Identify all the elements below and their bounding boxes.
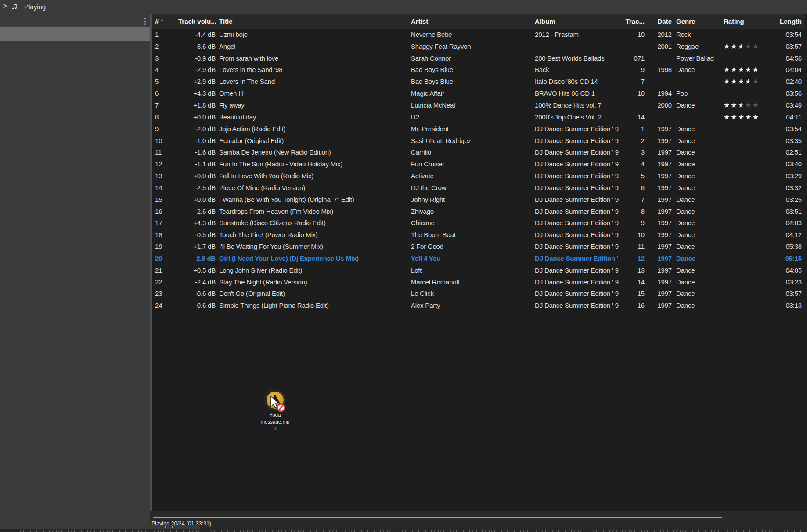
track-cell-title: Uzmi boje xyxy=(216,31,407,38)
track-cell-track_no: 3 xyxy=(619,148,645,156)
track-row[interactable]: 18-0.5 dBTouch The Fire! (Power Radio Mi… xyxy=(152,229,805,241)
track-cell-rating: ★★★★★★ xyxy=(719,101,776,109)
track-cell-album: DJ Dance Summer Edition ' 97 ... xyxy=(531,148,619,156)
track-row-playing[interactable]: 20-2.8 dBGirl (I Need Your Love) (Dj Exp… xyxy=(152,252,805,264)
track-row[interactable]: 7+1.8 dBFly awayLutricia McNeal100% Danc… xyxy=(152,99,805,111)
track-cell-album: 2012 - Prastam xyxy=(531,31,619,38)
dragged-file-label: Yoda message.mp 3 xyxy=(253,412,297,432)
track-cell-date: 2012 xyxy=(645,31,672,38)
track-cell-genre: Dance xyxy=(672,208,719,215)
column-header-artist[interactable]: Artist xyxy=(407,18,531,25)
column-header-title[interactable]: Title xyxy=(216,18,407,25)
rating-stars[interactable]: ★★★★★★ xyxy=(724,43,760,50)
track-row[interactable]: 10-1.0 dBEcuador (Original Edit)Sash! Fe… xyxy=(152,135,805,147)
playlist-table: #^Track volu...TitleArtistAlbumTrac...Da… xyxy=(150,14,805,511)
collapse-chevron-icon[interactable]: > xyxy=(3,2,7,11)
background-taskbar-fragment xyxy=(146,525,200,529)
track-cell-album: DJ Dance Summer Edition ' 97 ... xyxy=(531,196,619,203)
track-cell-length: 02:40 xyxy=(776,78,805,85)
table-body: 1-4.4 dBUzmi bojeNeverne Bebe2012 - Pras… xyxy=(152,29,805,311)
track-row[interactable]: 16-2.6 dBTeardrops From Heaven (Fm Video… xyxy=(152,205,805,217)
column-header-date[interactable]: Date xyxy=(645,18,672,25)
kebab-menu-icon[interactable] xyxy=(142,16,148,26)
track-row[interactable]: 22-2.4 dBStay The Night (Radio Version)M… xyxy=(152,276,805,288)
track-row[interactable]: 9-2.0 dBJojo Action (Radio Edit)Mr. Pres… xyxy=(152,123,805,135)
track-cell-genre: Dance xyxy=(672,278,719,286)
track-row[interactable]: 13+0.0 dBFall In Love With You (Radio Mi… xyxy=(152,170,805,182)
column-header-volume[interactable]: Track volu... xyxy=(178,18,216,25)
track-cell-artist: Mr. President xyxy=(407,125,531,133)
star-empty-icon: ★ xyxy=(752,102,759,109)
track-row[interactable]: 8+0.0 dBBeautiful dayU22000's Top One's … xyxy=(152,111,805,123)
track-cell-artist: Alex Party xyxy=(407,302,531,309)
track-cell-track_no: 1 xyxy=(619,125,645,133)
track-row[interactable]: 14-2.5 dBPiece Of Mine (Radio Version)DJ… xyxy=(152,182,805,194)
track-cell-length: 03:40 xyxy=(776,160,805,168)
dragged-file-label-line3: 3 xyxy=(253,425,297,432)
star-full-icon: ★ xyxy=(724,102,731,109)
track-cell-date: 1997 xyxy=(645,137,672,144)
column-header-album[interactable]: Album xyxy=(531,18,619,25)
track-cell-artist: Bad Boys Blue xyxy=(407,78,531,85)
track-cell-num: 23 xyxy=(152,290,178,297)
track-cell-title: Teardrops From Heaven (Fm Video Mix) xyxy=(216,208,407,215)
track-cell-date: 1997 xyxy=(645,255,672,262)
track-row[interactable]: 12-1.1 dBFun In The Sun (Radio - Video H… xyxy=(152,158,805,170)
track-row[interactable]: 1-4.4 dBUzmi bojeNeverne Bebe2012 - Pras… xyxy=(152,29,805,40)
column-header-num[interactable]: #^ xyxy=(152,18,178,25)
track-cell-title: Omen III xyxy=(216,90,407,97)
track-cell-num: 24 xyxy=(152,302,178,309)
track-row[interactable]: 21+0.5 dBLong John Silver (Radio Edit)Lo… xyxy=(152,264,805,276)
track-cell-track_no: 11 xyxy=(619,243,645,250)
track-cell-num: 12 xyxy=(152,160,178,168)
track-cell-num: 7 xyxy=(152,101,178,109)
track-cell-length: 03:49 xyxy=(776,101,805,109)
track-cell-date: 1997 xyxy=(645,148,672,156)
track-cell-date: 1997 xyxy=(645,219,672,226)
star-full-icon: ★ xyxy=(738,66,745,73)
rating-stars[interactable]: ★★★★★ xyxy=(724,113,760,121)
track-row[interactable]: 5+2.9 dBLovers In The SandBad Boys BlueI… xyxy=(152,75,805,87)
track-row[interactable]: 6+4.3 dBOmen IIIMagic AffairBRAVO Hits 0… xyxy=(152,87,805,99)
star-half-icon: ★★ xyxy=(738,43,745,50)
sidebar-selected-row[interactable] xyxy=(0,27,150,41)
column-header-rating[interactable]: Rating xyxy=(719,18,776,25)
track-row[interactable]: 2-3.6 dBAngelShaggy Feat Rayvon2001Regga… xyxy=(152,40,805,52)
track-cell-volume: -0.9 dB xyxy=(178,54,216,62)
track-cell-artist: Le Click xyxy=(407,290,531,297)
track-cell-track_no: 8 xyxy=(619,208,645,215)
star-full-icon: ★ xyxy=(724,78,731,85)
track-cell-num: 20 xyxy=(152,255,178,262)
column-header-genre[interactable]: Genre xyxy=(672,18,719,25)
track-cell-length: 05:38 xyxy=(776,243,805,250)
track-row[interactable]: 4-2.9 dBLovers in the Sand '98Bad Boys B… xyxy=(152,64,805,76)
rating-stars[interactable]: ★★★★★★ xyxy=(724,78,760,85)
track-row[interactable]: 11-1.6 dBSamba De Jeneiro (New Radio Edi… xyxy=(152,146,805,158)
track-row[interactable]: 24-0.6 dBSimple Things (Light Piano Radi… xyxy=(152,299,805,311)
track-cell-track_no: 12 xyxy=(619,255,645,262)
rating-stars[interactable]: ★★★★★ xyxy=(724,66,760,73)
star-full-icon: ★ xyxy=(752,66,759,73)
star-empty-icon: ★ xyxy=(752,78,759,85)
track-cell-artist: Sash! Feat. Rodrigez xyxy=(407,137,531,144)
horizontal-scrollbar[interactable] xyxy=(153,517,722,518)
track-row[interactable]: 23-0.6 dBDon't Go (Original Edit)Le Clic… xyxy=(152,288,805,300)
dragged-file-label-line2: message.mp xyxy=(253,419,297,426)
track-cell-title: Lovers in the Sand '98 xyxy=(216,66,407,73)
track-cell-genre: Dance xyxy=(672,148,719,156)
track-cell-volume: +2.9 dB xyxy=(178,78,216,85)
track-cell-num: 8 xyxy=(152,113,178,121)
column-header-track_no[interactable]: Trac... xyxy=(619,18,645,25)
column-header-length[interactable]: Length xyxy=(776,18,805,25)
rating-stars[interactable]: ★★★★★★ xyxy=(724,101,760,109)
track-row[interactable]: 3-0.9 dBFrom sarah with loveSarah Connor… xyxy=(152,52,805,64)
track-row[interactable]: 15+0.0 dBI Wanna (Be With You Tonight) (… xyxy=(152,194,805,205)
top-bar: > ♫ Playing xyxy=(0,0,807,14)
track-cell-album: DJ Dance Summer Edition ' 97 ... xyxy=(531,172,619,180)
track-cell-genre: Dance xyxy=(672,172,719,180)
track-row[interactable]: 19+1.7 dBI'll Be Waiting For You (Summer… xyxy=(152,241,805,252)
track-cell-album: 2000's Top One's Vol. 2 xyxy=(531,113,619,121)
track-cell-track_no: 6 xyxy=(619,184,645,191)
track-cell-title: Simple Things (Light Piano Radio Edit) xyxy=(216,302,407,309)
track-row[interactable]: 17+4.3 dBSunstroke (Disco Citizens Radio… xyxy=(152,217,805,229)
